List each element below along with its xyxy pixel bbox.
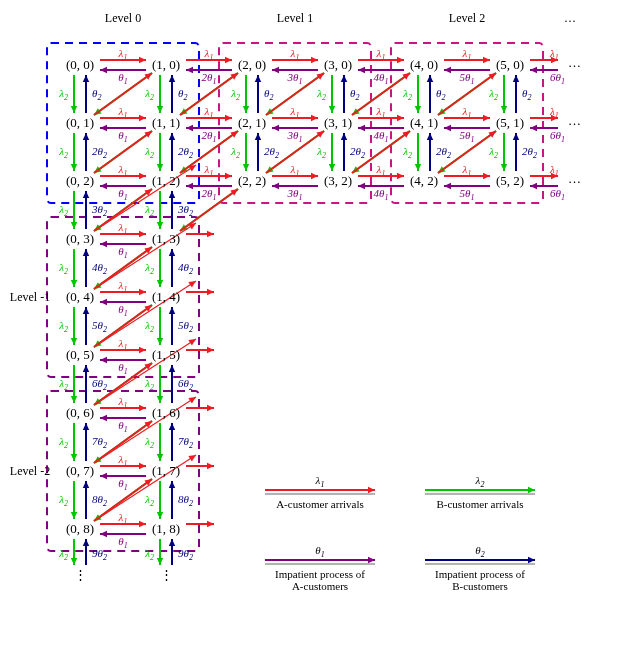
svg-text:λ2: λ2: [316, 87, 326, 102]
state-node: (1, 1): [152, 115, 180, 130]
svg-marker-182: [311, 173, 318, 179]
svg-text:(1, 8): (1, 8): [152, 521, 180, 536]
svg-marker-20: [83, 75, 89, 82]
svg-text:θ1: θ1: [315, 544, 324, 559]
svg-marker-56: [341, 75, 347, 82]
svg-marker-129: [341, 133, 347, 140]
svg-marker-32: [169, 75, 175, 82]
state-node: (0, 0): [66, 57, 94, 72]
svg-marker-103: [157, 164, 163, 171]
svg-text:(3, 1): (3, 1): [324, 115, 352, 130]
svg-marker-141: [427, 133, 433, 140]
svg-marker-48: [397, 57, 404, 63]
svg-text:λ2: λ2: [58, 203, 68, 218]
svg-line-406: [94, 455, 196, 521]
svg-marker-91: [71, 164, 77, 171]
svg-text:(3, 2): (3, 2): [324, 173, 352, 188]
svg-marker-42: [243, 106, 249, 113]
svg-text:λ2: λ2: [402, 87, 412, 102]
svg-marker-190: [358, 183, 365, 189]
svg-marker-269: [100, 415, 107, 421]
state-node: (4, 1): [410, 115, 438, 130]
svg-text:2θ1: 2θ1: [202, 71, 217, 86]
state-node: (1, 6): [152, 405, 180, 420]
svg-marker-235: [83, 307, 89, 314]
svg-text:9θ2: 9θ2: [92, 547, 107, 562]
svg-marker-111: [272, 125, 279, 131]
svg-text:3θ1: 3θ1: [287, 129, 303, 144]
svg-text:λ2: λ2: [144, 261, 154, 276]
svg-text:λ2: λ2: [144, 377, 154, 392]
svg-text:(2, 2): (2, 2): [238, 173, 266, 188]
svg-text:(1, 5): (1, 5): [152, 347, 180, 362]
svg-text:3θ1: 3θ1: [287, 187, 303, 202]
svg-marker-239: [207, 289, 214, 295]
svg-text:λ1: λ1: [315, 474, 325, 489]
svg-text:2θ1: 2θ1: [202, 129, 217, 144]
svg-marker-322: [157, 558, 163, 565]
state-node: (4, 0): [410, 57, 438, 72]
svg-text:5θ2: 5θ2: [92, 319, 107, 334]
svg-text:(1, 7): (1, 7): [152, 463, 180, 478]
svg-marker-223: [169, 249, 175, 256]
svg-text:θ1: θ1: [118, 245, 127, 260]
svg-text:Impatient process of: Impatient process of: [275, 568, 365, 580]
svg-marker-99: [186, 125, 193, 131]
svg-text:(1, 4): (1, 4): [152, 289, 180, 304]
svg-text:(2, 0): (2, 0): [238, 57, 266, 72]
svg-text:2θ1: 2θ1: [202, 187, 217, 202]
svg-text:Level 2: Level 2: [449, 11, 485, 25]
svg-text:λ2: λ2: [144, 145, 154, 160]
svg-text:(0, 1): (0, 1): [66, 115, 94, 130]
svg-text:4θ2: 4θ2: [178, 261, 193, 276]
svg-marker-440: [368, 487, 375, 493]
svg-marker-207: [139, 231, 146, 237]
svg-text:θ1: θ1: [118, 187, 127, 202]
svg-marker-255: [83, 365, 89, 372]
svg-line-404: [94, 397, 196, 463]
svg-text:λ2: λ2: [58, 261, 68, 276]
svg-marker-166: [83, 191, 89, 198]
svg-marker-281: [157, 454, 163, 461]
svg-marker-303: [169, 481, 175, 488]
svg-text:(5, 2): (5, 2): [496, 173, 524, 188]
svg-marker-123: [358, 125, 365, 131]
svg-marker-139: [415, 164, 421, 171]
svg-marker-62: [444, 67, 451, 73]
state-node: (3, 0): [324, 57, 352, 72]
svg-line-398: [94, 223, 196, 289]
svg-marker-213: [71, 280, 77, 287]
svg-text:Level 0: Level 0: [105, 11, 141, 25]
svg-text:λ2: λ2: [144, 547, 154, 562]
svg-text:2θ2: 2θ2: [92, 145, 107, 160]
svg-text:Impatient process of: Impatient process of: [435, 568, 525, 580]
svg-marker-293: [71, 512, 77, 519]
svg-marker-170: [225, 173, 232, 179]
svg-text:(0, 6): (0, 6): [66, 405, 94, 420]
svg-marker-50: [358, 67, 365, 73]
svg-marker-267: [139, 405, 146, 411]
legend-a-impatient: Impatient process ofA-customers: [275, 568, 365, 592]
svg-text:θ1: θ1: [118, 477, 127, 492]
svg-marker-313: [71, 558, 77, 565]
svg-marker-299: [207, 463, 214, 469]
state-node: (0, 1): [66, 115, 94, 130]
svg-marker-283: [169, 423, 175, 430]
svg-marker-54: [329, 106, 335, 113]
svg-marker-93: [83, 133, 89, 140]
svg-text:…: …: [568, 55, 581, 70]
svg-text:θ2: θ2: [436, 87, 445, 102]
svg-text:(5, 0): (5, 0): [496, 57, 524, 72]
svg-text:B-customers: B-customers: [452, 580, 508, 592]
svg-marker-263: [169, 365, 175, 372]
svg-text:λ2: λ2: [58, 145, 68, 160]
svg-marker-81: [513, 75, 519, 82]
svg-marker-109: [311, 115, 318, 121]
state-node: (3, 1): [324, 115, 352, 130]
state-node: (0, 7): [66, 463, 94, 478]
svg-text:…: …: [568, 171, 581, 186]
svg-text:6θ1: 6θ1: [550, 187, 565, 202]
svg-marker-196: [444, 183, 451, 189]
svg-marker-241: [157, 338, 163, 345]
svg-marker-445: [528, 487, 535, 493]
